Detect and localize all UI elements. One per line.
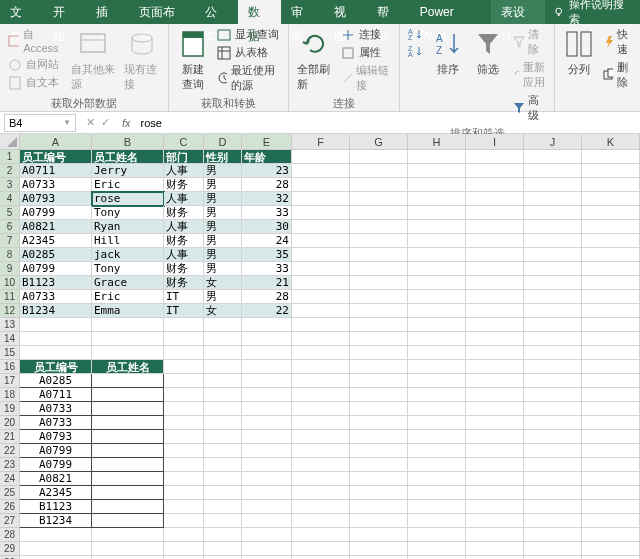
- cell[interactable]: [204, 360, 242, 374]
- cell[interactable]: [350, 416, 408, 430]
- cell[interactable]: [292, 486, 350, 500]
- cell[interactable]: [292, 332, 350, 346]
- cell[interactable]: [582, 416, 640, 430]
- name-box[interactable]: B4▼: [4, 114, 76, 132]
- cell[interactable]: [582, 192, 640, 206]
- from-web-button[interactable]: 自网站: [6, 56, 65, 73]
- cell[interactable]: [582, 374, 640, 388]
- cell[interactable]: [292, 290, 350, 304]
- cell[interactable]: 男: [204, 206, 242, 220]
- cell[interactable]: [408, 220, 466, 234]
- cell[interactable]: [242, 472, 292, 486]
- cell[interactable]: [582, 304, 640, 318]
- cell[interactable]: [524, 150, 582, 164]
- cell[interactable]: A2345: [20, 486, 92, 500]
- cell[interactable]: [582, 500, 640, 514]
- cell[interactable]: [582, 150, 640, 164]
- cell[interactable]: [164, 332, 204, 346]
- cell[interactable]: [164, 374, 204, 388]
- cell[interactable]: [524, 486, 582, 500]
- cell[interactable]: [350, 220, 408, 234]
- cell[interactable]: A0285: [20, 374, 92, 388]
- cell[interactable]: [292, 360, 350, 374]
- row-header[interactable]: 16: [0, 360, 20, 374]
- row-header[interactable]: 26: [0, 500, 20, 514]
- from-table-button[interactable]: 从表格: [215, 44, 282, 61]
- cell[interactable]: [524, 472, 582, 486]
- cell[interactable]: [242, 458, 292, 472]
- cell[interactable]: A0793: [20, 430, 92, 444]
- cell[interactable]: [524, 206, 582, 220]
- cell[interactable]: [350, 388, 408, 402]
- row-header[interactable]: 4: [0, 192, 20, 206]
- row-header[interactable]: 9: [0, 262, 20, 276]
- cell[interactable]: 部门: [164, 150, 204, 164]
- cell[interactable]: [164, 430, 204, 444]
- cell[interactable]: A0793: [20, 192, 92, 206]
- clear-filter-button[interactable]: 清除: [510, 26, 548, 58]
- cell[interactable]: [466, 220, 524, 234]
- flash-fill-button[interactable]: 快速: [601, 26, 634, 58]
- cell[interactable]: [350, 262, 408, 276]
- cell[interactable]: [524, 304, 582, 318]
- cell[interactable]: [92, 402, 164, 416]
- row-header[interactable]: 25: [0, 486, 20, 500]
- cell[interactable]: 员工姓名: [92, 360, 164, 374]
- chevron-down-icon[interactable]: ▼: [63, 118, 71, 127]
- cell[interactable]: [20, 318, 92, 332]
- cell[interactable]: [350, 458, 408, 472]
- cell[interactable]: [242, 528, 292, 542]
- cell[interactable]: [204, 318, 242, 332]
- cell[interactable]: [466, 164, 524, 178]
- cell[interactable]: [242, 346, 292, 360]
- cell[interactable]: 30: [242, 220, 292, 234]
- cell[interactable]: IT: [164, 304, 204, 318]
- cell[interactable]: [524, 542, 582, 556]
- cell[interactable]: [92, 444, 164, 458]
- row-header[interactable]: 22: [0, 444, 20, 458]
- cell[interactable]: [408, 262, 466, 276]
- cell[interactable]: 22: [242, 304, 292, 318]
- cell[interactable]: [292, 220, 350, 234]
- tab-help[interactable]: 帮助: [367, 0, 410, 24]
- cell[interactable]: [524, 262, 582, 276]
- row-header[interactable]: 24: [0, 472, 20, 486]
- col-header-F[interactable]: F: [292, 134, 350, 150]
- cell[interactable]: A0799: [20, 206, 92, 220]
- fx-icon[interactable]: fx: [116, 117, 137, 129]
- cell[interactable]: [524, 220, 582, 234]
- cell[interactable]: [350, 248, 408, 262]
- cell[interactable]: [466, 542, 524, 556]
- cell[interactable]: [204, 514, 242, 528]
- cell[interactable]: [582, 472, 640, 486]
- cell[interactable]: [408, 514, 466, 528]
- cell[interactable]: [292, 416, 350, 430]
- cell[interactable]: [292, 206, 350, 220]
- cell[interactable]: [164, 388, 204, 402]
- cell[interactable]: [408, 416, 466, 430]
- row-header[interactable]: 1: [0, 150, 20, 164]
- cell[interactable]: [92, 472, 164, 486]
- cell[interactable]: [92, 514, 164, 528]
- cell[interactable]: 财务: [164, 234, 204, 248]
- cell[interactable]: A0711: [20, 164, 92, 178]
- tab-pivot[interactable]: Power Pivot: [410, 0, 491, 24]
- cell[interactable]: [242, 416, 292, 430]
- tell-me-search[interactable]: 操作说明搜索: [545, 0, 640, 27]
- row-header[interactable]: 7: [0, 234, 20, 248]
- cell[interactable]: 人事: [164, 220, 204, 234]
- cell[interactable]: B1123: [20, 276, 92, 290]
- properties-button[interactable]: 属性: [339, 44, 393, 61]
- cell[interactable]: [582, 486, 640, 500]
- cell[interactable]: [524, 248, 582, 262]
- cell[interactable]: [524, 318, 582, 332]
- cell[interactable]: [20, 346, 92, 360]
- cell[interactable]: [164, 542, 204, 556]
- cell[interactable]: [242, 332, 292, 346]
- row-header[interactable]: 27: [0, 514, 20, 528]
- cell[interactable]: [242, 402, 292, 416]
- row-header[interactable]: 20: [0, 416, 20, 430]
- cell[interactable]: [582, 444, 640, 458]
- cell[interactable]: [350, 304, 408, 318]
- cancel-formula-button[interactable]: ✕: [86, 116, 95, 129]
